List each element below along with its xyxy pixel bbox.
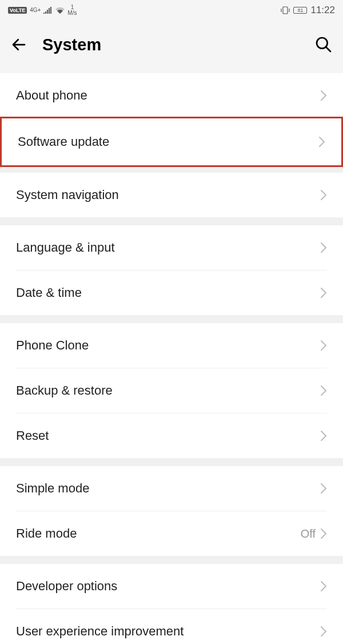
back-icon[interactable]	[10, 36, 27, 53]
row-label: System navigation	[16, 188, 320, 202]
row-language-input[interactable]: Language & input	[0, 225, 343, 270]
status-left: VoLTE 4G+ 1 M/s	[8, 5, 77, 16]
row-developer-options[interactable]: Developer options	[0, 564, 343, 609]
row-label: Backup & restore	[16, 383, 320, 398]
row-label: Language & input	[16, 240, 320, 255]
chevron-right-icon	[320, 287, 327, 299]
group-5: Simple mode Ride mode Off	[0, 466, 343, 556]
search-icon[interactable]	[314, 35, 333, 54]
row-reset[interactable]: Reset	[0, 414, 343, 458]
signal-icon	[43, 7, 53, 14]
svg-rect-0	[283, 7, 288, 14]
row-label: Simple mode	[16, 481, 320, 496]
row-label: Ride mode	[16, 526, 301, 541]
row-label: Reset	[16, 428, 320, 443]
network-label: 4G+	[30, 7, 41, 13]
chevron-right-icon	[320, 189, 327, 201]
volte-badge: VoLTE	[8, 7, 27, 14]
chevron-right-icon	[320, 430, 327, 442]
speed-unit: M/s	[67, 10, 77, 16]
chevron-right-icon	[320, 90, 327, 101]
group-2: System navigation	[0, 173, 343, 217]
chevron-right-icon	[320, 626, 327, 637]
row-backup-restore[interactable]: Backup & restore	[0, 368, 343, 413]
row-phone-clone[interactable]: Phone Clone	[0, 323, 343, 368]
status-right: 81 11:22	[281, 5, 335, 16]
group-1: About phone Software update	[0, 73, 343, 167]
row-label: Date & time	[16, 285, 320, 300]
app-header: System	[0, 21, 343, 73]
group-6: Developer options User experience improv…	[0, 564, 343, 644]
chevron-right-icon	[318, 136, 325, 148]
row-label: User experience improvement	[16, 624, 320, 639]
row-system-navigation[interactable]: System navigation	[0, 173, 343, 217]
row-date-time[interactable]: Date & time	[0, 271, 343, 315]
vibrate-icon	[281, 6, 290, 14]
row-label: About phone	[16, 88, 320, 103]
chevron-right-icon	[320, 483, 327, 494]
chevron-right-icon	[320, 528, 327, 539]
chevron-right-icon	[320, 340, 327, 351]
row-about-phone[interactable]: About phone	[0, 73, 343, 118]
network-speed: 1 M/s	[67, 5, 77, 16]
row-simple-mode[interactable]: Simple mode	[0, 466, 343, 511]
chevron-right-icon	[320, 581, 327, 592]
battery-icon: 81	[293, 7, 307, 14]
chevron-right-icon	[320, 242, 327, 253]
row-label: Software update	[18, 134, 318, 149]
row-user-experience[interactable]: User experience improvement	[0, 609, 343, 644]
page-title: System	[42, 35, 314, 54]
battery-level: 81	[297, 7, 303, 13]
wifi-icon	[55, 7, 65, 14]
row-label: Developer options	[16, 579, 320, 594]
row-ride-mode[interactable]: Ride mode Off	[0, 511, 343, 556]
content: About phone Software update System navig…	[0, 73, 343, 644]
row-value: Off	[301, 527, 316, 540]
clock: 11:22	[310, 5, 335, 16]
status-bar: VoLTE 4G+ 1 M/s 81 11:22	[0, 0, 343, 21]
chevron-right-icon	[320, 385, 327, 396]
group-3: Language & input Date & time	[0, 225, 343, 315]
row-software-update[interactable]: Software update	[0, 117, 343, 167]
group-4: Phone Clone Backup & restore Reset	[0, 323, 343, 458]
row-label: Phone Clone	[16, 338, 320, 353]
